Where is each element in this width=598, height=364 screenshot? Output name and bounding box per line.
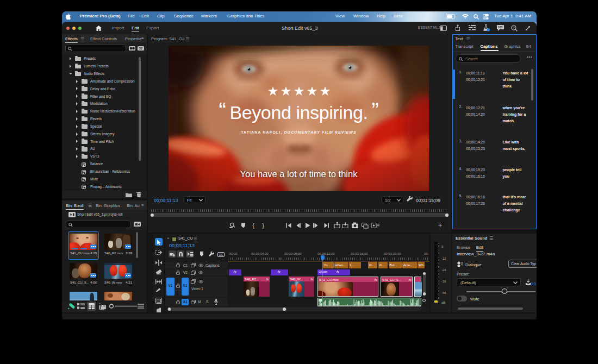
svg-text:{: {: [252, 222, 254, 229]
svg-text:32: 32: [139, 47, 143, 50]
svg-text:CC: CC: [219, 253, 223, 256]
svg-text:}: }: [262, 222, 264, 229]
svg-text:?: ?: [513, 26, 515, 29]
